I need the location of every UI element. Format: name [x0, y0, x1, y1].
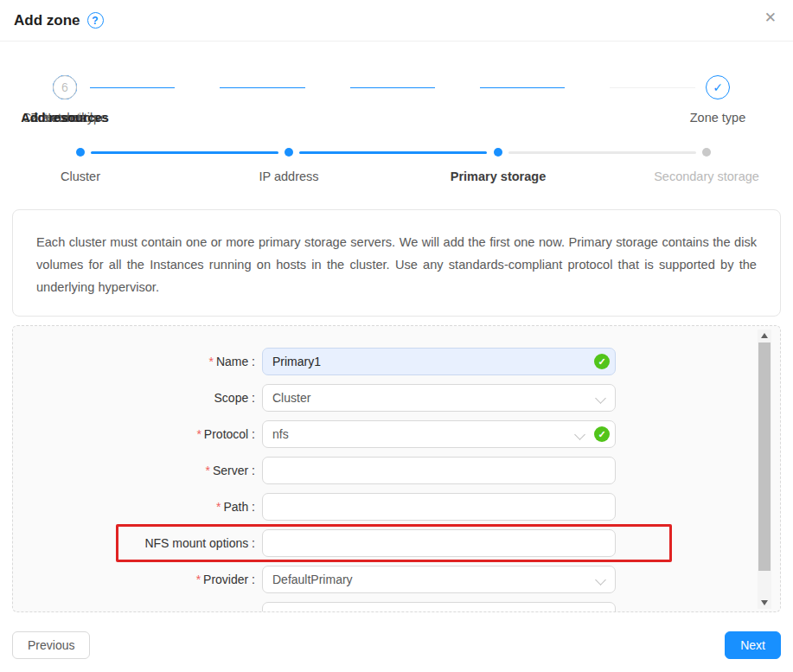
path-input[interactable] [262, 493, 616, 521]
help-icon[interactable]: ? [87, 12, 104, 29]
form-row-protocol: *Protocol : nfs ✓ [13, 420, 780, 448]
valid-check-icon: ✓ [594, 426, 610, 442]
nfs-mount-options-input[interactable] [262, 529, 616, 557]
provider-select[interactable]: DefaultPrimary [262, 566, 616, 593]
server-input[interactable] [262, 457, 616, 484]
scope-value: Cluster [272, 391, 310, 405]
required-asterisk: * [208, 355, 213, 368]
step-connector [350, 87, 435, 88]
substep-dot-primary-storage [494, 148, 502, 157]
step-connector [480, 87, 565, 88]
scrollbar-thumb[interactable] [758, 342, 771, 571]
close-icon[interactable]: ✕ [764, 10, 777, 25]
form-row-server: *Server : [13, 457, 780, 484]
dialog-header: Add zone ? ✕ [0, 0, 793, 42]
step-check-icon: ✓ [706, 75, 730, 99]
form-row-scope: Scope : Cluster [13, 384, 780, 412]
form-row-name: *Name : ✓ [13, 348, 780, 375]
storage-tags-input[interactable] [262, 602, 616, 612]
name-input[interactable] [262, 348, 616, 375]
next-button[interactable]: Next [725, 631, 781, 659]
path-label: Path : [223, 500, 255, 514]
substep-dot-secondary-storage [702, 148, 711, 157]
wizard-steps: ✓ Zone type ✓ Core zone type ✓ Zone deta… [0, 75, 793, 125]
resource-substeps: Cluster IP address Primary storage Secon… [0, 148, 793, 185]
provider-label: Provider : [203, 573, 255, 586]
protocol-value: nfs [272, 427, 289, 441]
substep-dot-ip-address [285, 148, 293, 157]
step-connector [220, 87, 305, 88]
valid-check-icon: ✓ [594, 354, 610, 369]
form-row-storage-tags: Storage tags : [13, 602, 780, 612]
step-label: Zone type [653, 111, 783, 125]
required-asterisk: * [196, 427, 201, 441]
scope-label: Scope : [214, 391, 255, 405]
substep-connector [91, 151, 278, 154]
scrollbar-down-arrow-icon[interactable] [758, 597, 771, 609]
substep-label-primary-storage: Primary storage [403, 170, 593, 183]
provider-value: DefaultPrimary [272, 573, 353, 586]
primary-storage-form: *Name : ✓ Scope : Cluster *Protocol : [12, 325, 781, 612]
step-launch[interactable]: 6 Launch [0, 75, 130, 125]
form-row-provider: *Provider : DefaultPrimary [13, 566, 780, 593]
substep-label-secondary-storage: Secondary storage [611, 170, 793, 183]
required-asterisk: * [196, 573, 201, 586]
info-box: Each cluster must contain one or more pr… [12, 209, 781, 317]
protocol-label: Protocol : [204, 427, 255, 441]
substep-connector [299, 151, 487, 154]
required-asterisk: * [206, 464, 210, 477]
dialog-title: Add zone [14, 12, 80, 29]
server-label: Server : [213, 464, 255, 477]
substep-label-ip-address: IP address [194, 170, 384, 183]
storage-tags-label: Storage tags : [180, 609, 255, 612]
substep-connector [508, 151, 696, 154]
dialog-footer: Previous Next [12, 631, 781, 659]
step-label: Launch [0, 111, 130, 125]
form-row-path: *Path : [13, 493, 780, 521]
substep-dot-cluster [76, 148, 85, 157]
previous-button[interactable]: Previous [12, 631, 90, 659]
step-number: 6 [53, 75, 77, 99]
required-asterisk: * [216, 500, 221, 514]
scope-select[interactable]: Cluster [262, 384, 616, 412]
nfs-mount-options-label: NFS mount options : [144, 536, 255, 550]
step-zone-type[interactable]: ✓ Zone type [653, 75, 783, 125]
form-row-nfs-mount-options: NFS mount options : [13, 529, 780, 557]
name-label: Name : [216, 355, 255, 368]
protocol-select[interactable]: nfs [262, 420, 616, 448]
scrollbar-up-arrow-icon[interactable] [758, 330, 771, 342]
form-scrollbar[interactable] [758, 330, 771, 609]
substep-label-cluster: Cluster [0, 170, 176, 183]
